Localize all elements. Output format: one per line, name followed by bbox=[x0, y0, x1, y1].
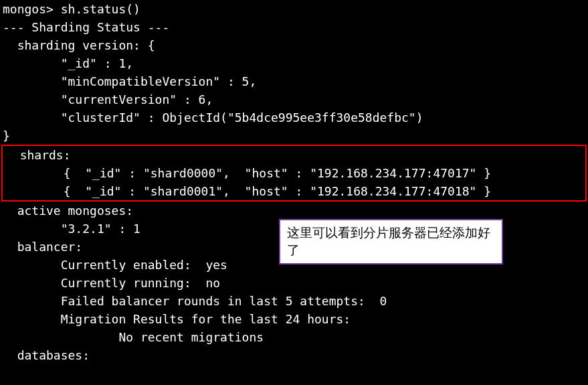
annotation-text: 这里可以看到分片服务器已经添加好了 bbox=[287, 226, 490, 257]
active-mongoses-label: active mongoses: bbox=[3, 204, 133, 218]
prompt: mongos> bbox=[3, 2, 61, 16]
databases-label: databases: bbox=[3, 348, 90, 362]
active-mongoses-entry: "3.2.1" : 1 bbox=[3, 222, 140, 236]
sharding-version-label: sharding version: { bbox=[3, 38, 155, 52]
balancer-failed-rounds: Failed balancer rounds in last 5 attempt… bbox=[3, 294, 387, 308]
balancer-migration-results: Migration Results for the last 24 hours: bbox=[3, 312, 351, 326]
annotation-callout: 这里可以看到分片服务器已经添加好了 bbox=[279, 219, 503, 264]
shard-entry-1: { "_id" : "shard0001", "host" : "192.168… bbox=[5, 184, 491, 198]
close-brace: } bbox=[3, 129, 10, 143]
shards-block: shards: { "_id" : "shard0000", "host" : … bbox=[3, 146, 585, 200]
balancer-no-recent: No recent migrations bbox=[3, 330, 264, 344]
sharding-version-clusterid: "clusterId" : ObjectId("5b4dce995ee3ff30… bbox=[3, 110, 423, 125]
balancer-enabled: Currently enabled: yes bbox=[3, 258, 227, 272]
terminal-output: mongos> sh.status() --- Sharding Status … bbox=[0, 0, 588, 145]
sharding-version-mincompat: "minCompatibleVersion" : 5, bbox=[3, 74, 256, 88]
shards-label: shards: bbox=[5, 148, 71, 162]
shard-entry-0: { "_id" : "shard0000", "host" : "192.168… bbox=[5, 166, 491, 180]
balancer-label: balancer: bbox=[3, 240, 82, 254]
balancer-running: Currently running: no bbox=[3, 276, 220, 290]
sharding-version-current: "currentVersion" : 6, bbox=[3, 92, 213, 106]
shell-command: sh.status() bbox=[61, 2, 140, 16]
status-header: --- Sharding Status --- bbox=[3, 20, 169, 34]
sharding-version-id: "_id" : 1, bbox=[3, 56, 133, 70]
shards-highlight-box: shards: { "_id" : "shard0000", "host" : … bbox=[1, 145, 587, 202]
